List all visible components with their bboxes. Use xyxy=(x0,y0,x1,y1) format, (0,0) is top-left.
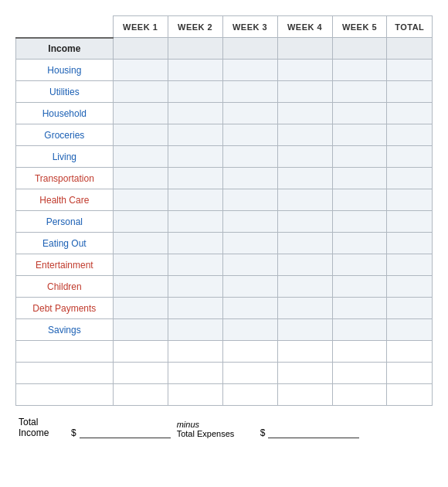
data-cell[interactable] xyxy=(387,341,433,363)
data-cell[interactable] xyxy=(113,168,168,189)
data-cell[interactable] xyxy=(332,254,387,276)
data-cell[interactable] xyxy=(113,124,168,146)
data-cell[interactable] xyxy=(168,81,222,103)
data-cell[interactable] xyxy=(332,103,387,124)
data-cell[interactable] xyxy=(387,103,433,124)
data-cell[interactable] xyxy=(277,168,332,189)
data-cell[interactable] xyxy=(387,384,433,406)
data-cell[interactable] xyxy=(387,168,433,189)
data-cell[interactable] xyxy=(222,254,277,276)
data-cell[interactable] xyxy=(113,38,168,60)
data-cell[interactable] xyxy=(222,298,277,319)
data-cell[interactable] xyxy=(332,60,387,81)
data-cell[interactable] xyxy=(277,189,332,211)
data-cell[interactable] xyxy=(168,319,222,341)
data-cell[interactable] xyxy=(277,81,332,103)
data-cell[interactable] xyxy=(113,189,168,211)
data-cell[interactable] xyxy=(332,168,387,189)
data-cell[interactable] xyxy=(222,60,277,81)
data-cell[interactable] xyxy=(277,276,332,298)
data-cell[interactable] xyxy=(332,384,387,406)
data-cell[interactable] xyxy=(222,168,277,189)
data-cell[interactable] xyxy=(168,384,222,406)
data-cell[interactable] xyxy=(332,319,387,341)
data-cell[interactable] xyxy=(222,38,277,60)
data-cell[interactable] xyxy=(168,146,222,168)
data-cell[interactable] xyxy=(332,298,387,319)
data-cell[interactable] xyxy=(387,38,433,60)
data-cell[interactable] xyxy=(332,189,387,211)
data-cell[interactable] xyxy=(113,146,168,168)
data-cell[interactable] xyxy=(277,363,332,384)
data-cell[interactable] xyxy=(277,124,332,146)
data-cell[interactable] xyxy=(387,60,433,81)
data-cell[interactable] xyxy=(168,124,222,146)
data-cell[interactable] xyxy=(387,298,433,319)
data-cell[interactable] xyxy=(277,60,332,81)
data-cell[interactable] xyxy=(168,38,222,60)
data-cell[interactable] xyxy=(168,168,222,189)
data-cell[interactable] xyxy=(332,81,387,103)
data-cell[interactable] xyxy=(168,233,222,254)
data-cell[interactable] xyxy=(168,298,222,319)
data-cell[interactable] xyxy=(222,124,277,146)
data-cell[interactable] xyxy=(277,146,332,168)
data-cell[interactable] xyxy=(222,341,277,363)
total-income-input[interactable] xyxy=(80,426,171,438)
data-cell[interactable] xyxy=(113,363,168,384)
data-cell[interactable] xyxy=(113,276,168,298)
data-cell[interactable] xyxy=(222,211,277,233)
data-cell[interactable] xyxy=(277,233,332,254)
data-cell[interactable] xyxy=(222,146,277,168)
data-cell[interactable] xyxy=(387,363,433,384)
data-cell[interactable] xyxy=(168,363,222,384)
data-cell[interactable] xyxy=(332,363,387,384)
data-cell[interactable] xyxy=(168,189,222,211)
data-cell[interactable] xyxy=(222,81,277,103)
data-cell[interactable] xyxy=(277,211,332,233)
data-cell[interactable] xyxy=(332,124,387,146)
data-cell[interactable] xyxy=(168,60,222,81)
data-cell[interactable] xyxy=(222,384,277,406)
data-cell[interactable] xyxy=(222,276,277,298)
data-cell[interactable] xyxy=(222,103,277,124)
data-cell[interactable] xyxy=(387,189,433,211)
data-cell[interactable] xyxy=(113,341,168,363)
data-cell[interactable] xyxy=(387,124,433,146)
total-expenses-input[interactable] xyxy=(268,426,359,438)
data-cell[interactable] xyxy=(277,319,332,341)
data-cell[interactable] xyxy=(277,254,332,276)
data-cell[interactable] xyxy=(222,319,277,341)
data-cell[interactable] xyxy=(387,254,433,276)
data-cell[interactable] xyxy=(332,38,387,60)
data-cell[interactable] xyxy=(113,254,168,276)
data-cell[interactable] xyxy=(332,233,387,254)
data-cell[interactable] xyxy=(387,276,433,298)
data-cell[interactable] xyxy=(332,341,387,363)
data-cell[interactable] xyxy=(332,211,387,233)
data-cell[interactable] xyxy=(168,211,222,233)
data-cell[interactable] xyxy=(113,319,168,341)
data-cell[interactable] xyxy=(168,103,222,124)
data-cell[interactable] xyxy=(222,363,277,384)
data-cell[interactable] xyxy=(277,384,332,406)
data-cell[interactable] xyxy=(387,319,433,341)
data-cell[interactable] xyxy=(387,211,433,233)
data-cell[interactable] xyxy=(277,298,332,319)
data-cell[interactable] xyxy=(332,276,387,298)
data-cell[interactable] xyxy=(277,341,332,363)
data-cell[interactable] xyxy=(113,384,168,406)
data-cell[interactable] xyxy=(113,211,168,233)
data-cell[interactable] xyxy=(113,60,168,81)
data-cell[interactable] xyxy=(277,103,332,124)
data-cell[interactable] xyxy=(387,233,433,254)
data-cell[interactable] xyxy=(113,233,168,254)
data-cell[interactable] xyxy=(222,189,277,211)
data-cell[interactable] xyxy=(168,276,222,298)
data-cell[interactable] xyxy=(113,81,168,103)
data-cell[interactable] xyxy=(168,254,222,276)
data-cell[interactable] xyxy=(387,146,433,168)
data-cell[interactable] xyxy=(277,38,332,60)
data-cell[interactable] xyxy=(387,81,433,103)
data-cell[interactable] xyxy=(113,298,168,319)
